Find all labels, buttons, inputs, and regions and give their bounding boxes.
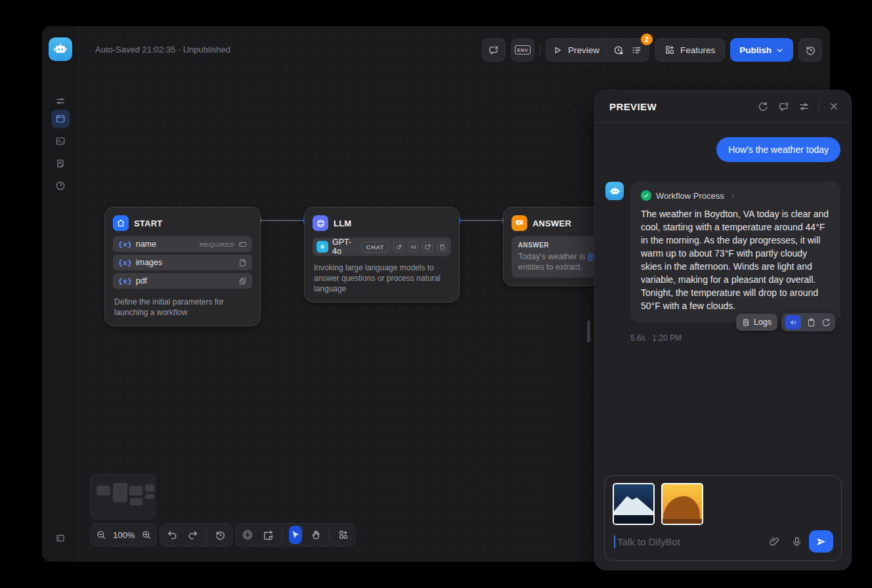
annotation-toggle-button[interactable] (778, 101, 789, 112)
node-description: Invoking large language models to answer… (305, 257, 459, 302)
workflow-process-toggle[interactable]: Workflow Process (641, 190, 830, 201)
checklist-button[interactable] (631, 45, 642, 56)
tab-logs[interactable] (51, 154, 70, 173)
node-title: START (134, 219, 162, 228)
header-divider (819, 101, 819, 112)
voice-input-button[interactable] (791, 536, 802, 547)
canvas-tools (235, 523, 356, 547)
pointer-icon (290, 530, 301, 540)
version-history-icon (805, 45, 816, 56)
group-divider (606, 45, 607, 55)
logs-button[interactable]: Logs (736, 314, 777, 331)
node-title: LLM (334, 219, 351, 228)
organize-blocks-button[interactable] (336, 526, 350, 544)
zoom-level: 100% (113, 530, 135, 540)
zoom-in-icon (141, 530, 152, 540)
user-message-bubble: How's the weather today (716, 137, 840, 162)
preview-panel-title: PREVIEW (609, 101, 758, 112)
hand-mode-button[interactable] (309, 526, 322, 544)
env-icon: ENV (515, 45, 531, 54)
close-preview-button[interactable] (829, 101, 839, 112)
play-icon (553, 45, 563, 55)
tab-monitoring[interactable] (51, 177, 70, 195)
chat-x-icon (778, 101, 789, 112)
model-name: GPT-4o (332, 238, 357, 256)
attached-image-dune[interactable] (661, 483, 703, 525)
send-button[interactable] (809, 530, 833, 553)
preview-button[interactable]: Preview (553, 45, 600, 55)
tab-orchestrate[interactable] (51, 110, 70, 128)
bot-message-text: The weather in Boydton, VA today is clea… (641, 207, 830, 312)
annotation-button[interactable] (482, 38, 506, 62)
speaker-icon (789, 318, 798, 327)
checklist-icon (631, 45, 642, 56)
zoom-in-button[interactable] (141, 526, 152, 544)
pointer-mode-button[interactable] (289, 526, 303, 544)
vision-capability-icon (393, 242, 404, 252)
chat-input[interactable] (617, 536, 769, 547)
answer-bubble-icon (512, 215, 527, 231)
controls-divider (206, 530, 207, 539)
node-llm[interactable]: LLM GPT-4o CHAT Invoking large language … (304, 207, 460, 303)
copy-button[interactable] (806, 318, 816, 327)
attached-image-fuji[interactable] (613, 483, 655, 525)
env-variables-button[interactable]: ENV (511, 38, 534, 62)
start-field-name: {x} name REQUIRED (113, 236, 252, 252)
message-action-group (781, 313, 835, 331)
audio-capability-icon (408, 242, 418, 252)
redo-icon (187, 530, 198, 541)
close-icon (829, 101, 839, 112)
zoom-out-icon (96, 530, 106, 540)
collapse-sidebar-button[interactable] (51, 529, 70, 547)
terminal-icon (55, 136, 66, 146)
bot-avatar (605, 182, 624, 200)
add-note-button[interactable] (261, 526, 275, 544)
controls-divider (282, 530, 282, 539)
input-field-icon (238, 240, 247, 249)
minimap-node (145, 484, 154, 492)
canvas-scrollbar[interactable] (587, 320, 590, 343)
start-field-images: {x} images (113, 255, 252, 270)
speaker-button[interactable] (785, 315, 801, 329)
minimap-node (129, 486, 142, 495)
organize-icon (338, 530, 349, 540)
files-icon (238, 277, 247, 285)
zoom-out-button[interactable] (96, 526, 106, 544)
image-file-icon (238, 259, 247, 267)
version-history-button[interactable] (798, 38, 822, 62)
workflow-settings-button[interactable] (51, 92, 70, 110)
home-icon (113, 215, 129, 231)
undo-button[interactable] (165, 526, 179, 544)
composer (604, 475, 842, 561)
features-button[interactable]: Features (655, 38, 725, 62)
features-icon (665, 45, 675, 55)
change-history-button[interactable] (213, 526, 227, 544)
regenerate-button[interactable] (821, 318, 831, 327)
edge-start-llm (261, 220, 304, 221)
run-history-button[interactable] (613, 45, 624, 56)
publish-button[interactable]: Publish (730, 38, 793, 62)
bot-message-row: Workflow Process The weather in Boydton,… (605, 182, 840, 323)
start-field-pdf: {x} pdf (113, 273, 252, 289)
restart-conversation-button[interactable] (758, 101, 769, 112)
node-description: Define the initial parameters for launch… (105, 291, 260, 326)
attach-file-button[interactable] (769, 536, 780, 547)
redo-button[interactable] (186, 526, 200, 544)
clipboard-icon (806, 318, 816, 327)
add-note-icon (263, 530, 274, 541)
run-history-icon (613, 45, 624, 56)
check-circle-icon (641, 190, 651, 201)
chevron-right-icon (729, 192, 737, 200)
toolbar-divider (540, 45, 540, 55)
node-start[interactable]: START {x} name REQUIRED {x} images {x} p… (104, 207, 261, 326)
minimap[interactable] (90, 474, 156, 519)
model-selector: GPT-4o CHAT (313, 238, 451, 256)
tab-api-access[interactable] (51, 132, 70, 150)
run-group: Preview 2 (546, 38, 649, 62)
preview-panel: PREVIEW (594, 90, 852, 570)
collapse-panel-icon (55, 533, 66, 543)
conversation-settings-button[interactable] (798, 101, 810, 112)
sidebar (42, 26, 79, 562)
add-node-button[interactable] (241, 526, 255, 544)
app-logo[interactable] (49, 37, 72, 61)
